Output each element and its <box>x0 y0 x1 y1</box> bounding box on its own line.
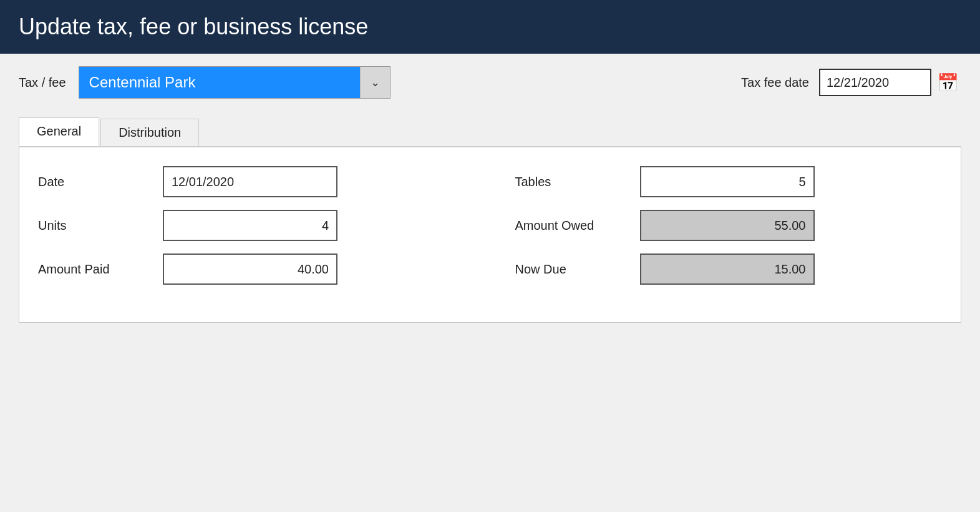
tax-fee-value: Centennial Park <box>79 74 360 91</box>
units-input[interactable] <box>163 210 337 241</box>
now-due-input <box>640 254 815 285</box>
tables-input[interactable] <box>640 166 815 197</box>
units-label: Units <box>38 219 163 233</box>
date-input[interactable] <box>163 166 337 197</box>
right-column: Tables Amount Owed Now Due <box>515 166 943 297</box>
tax-fee-date-section: Tax fee date 📅 <box>741 69 961 96</box>
tab-general-label: General <box>37 124 81 138</box>
amount-owed-label: Amount Owed <box>515 219 640 233</box>
date-label: Date <box>38 175 163 189</box>
tax-fee-label: Tax / fee <box>19 76 66 90</box>
tab-content-general: Date Units Amount Paid Tables <box>19 147 961 323</box>
tables-label: Tables <box>515 175 640 189</box>
now-due-field-row: Now Due <box>515 254 943 285</box>
amount-owed-field-row: Amount Owed <box>515 210 943 241</box>
tables-field-row: Tables <box>515 166 943 197</box>
amount-paid-input[interactable] <box>163 254 337 285</box>
tax-fee-date-label: Tax fee date <box>741 76 809 90</box>
tax-fee-date-wrapper: 📅 <box>819 69 961 96</box>
now-due-label: Now Due <box>515 262 640 277</box>
form-area: Tax / fee Centennial Park ⌄ Tax fee date… <box>0 54 980 512</box>
amount-paid-field-row: Amount Paid <box>38 254 465 285</box>
units-field-row: Units <box>38 210 465 241</box>
page-title: Update tax, fee or business license <box>19 14 961 40</box>
tab-distribution-label: Distribution <box>119 126 181 139</box>
page-header: Update tax, fee or business license <box>0 0 980 54</box>
amount-paid-label: Amount Paid <box>38 262 163 277</box>
tabs-section: General Distribution <box>19 117 961 147</box>
left-column: Date Units Amount Paid <box>38 166 465 297</box>
tax-fee-dropdown[interactable]: Centennial Park ⌄ <box>79 66 391 99</box>
tab-general[interactable]: General <box>19 117 99 146</box>
tab-distribution[interactable]: Distribution <box>100 119 199 146</box>
date-field-row: Date <box>38 166 465 197</box>
top-row: Tax / fee Centennial Park ⌄ Tax fee date… <box>19 66 961 99</box>
tax-fee-date-input[interactable] <box>819 69 931 96</box>
dropdown-arrow-icon[interactable]: ⌄ <box>360 67 390 98</box>
calendar-icon[interactable]: 📅 <box>934 69 961 96</box>
amount-owed-input <box>640 210 815 241</box>
fields-grid: Date Units Amount Paid Tables <box>38 166 942 297</box>
